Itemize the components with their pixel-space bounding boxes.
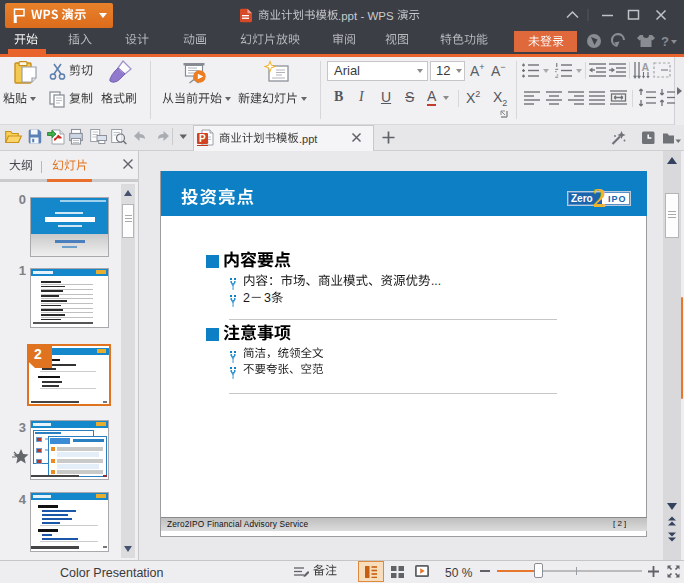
svg-text:A: A bbox=[642, 61, 650, 73]
svg-text:P: P bbox=[199, 133, 206, 144]
svg-text:?: ? bbox=[661, 34, 669, 49]
